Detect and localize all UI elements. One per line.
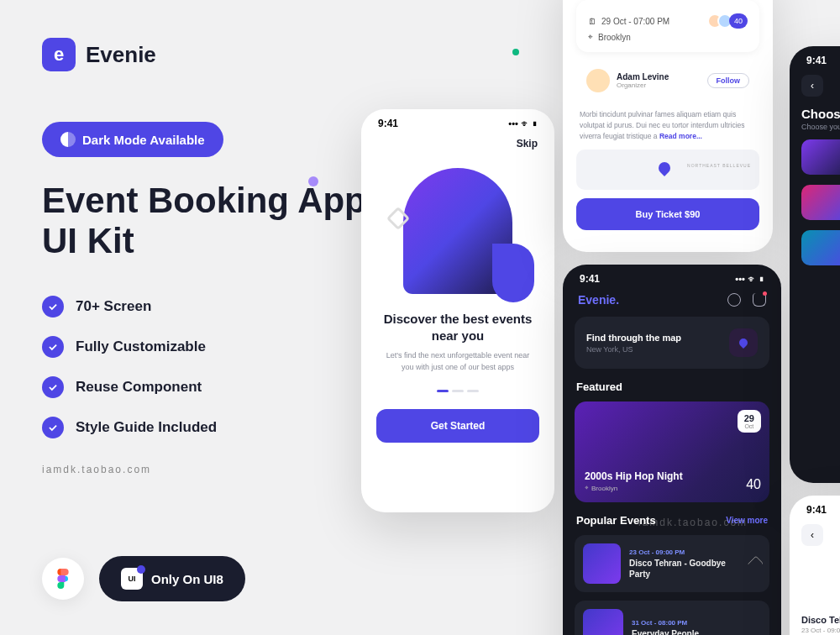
brand-name: Evenie [86, 42, 156, 68]
deco-dot [512, 49, 519, 55]
event-location: Brooklyn [598, 33, 631, 42]
category-thumb [801, 139, 840, 175]
categories-title: Choose [790, 102, 840, 123]
skip-button[interactable]: Skip [361, 133, 554, 155]
attendee-count: 40 [729, 13, 748, 29]
onboarding-title: Discover the best events near you [361, 311, 554, 344]
event-info-card: 🗓29 Oct - 07:00 PM 40 ⌖Brooklyn [576, 0, 759, 52]
status-time: 9:41 [806, 55, 827, 66]
brand-logo: e Evenie [42, 38, 378, 71]
bell-icon[interactable] [753, 293, 766, 307]
heart-icon[interactable] [748, 555, 764, 571]
only-on-ui8-badge: UI Only On UI8 [99, 556, 245, 601]
avatar [586, 69, 610, 92]
map-pin-icon [729, 328, 758, 357]
status-icons: ••• ᯤ ▮ [735, 274, 764, 284]
event-name: Everyday People [632, 628, 699, 635]
check-icon [42, 417, 64, 438]
feature-item: Style Guide Included [42, 417, 378, 438]
only-on-label: Only On UI8 [151, 572, 223, 586]
back-button[interactable]: ‹ [801, 75, 823, 97]
page-indicator [361, 390, 554, 392]
organizer-name: Adam Levine [617, 72, 669, 81]
event-datetime: 29 Oct - 07:00 PM [601, 17, 669, 26]
event-name: Disco Tehran Party [801, 615, 840, 625]
category-item[interactable]: Birthday p200 follow [801, 139, 840, 175]
event-thumb [583, 543, 621, 584]
status-time: 9:41 [580, 273, 600, 285]
section-featured: Featured [576, 380, 622, 393]
half-moon-icon [60, 132, 76, 147]
categories-sub: Choose your shows all in o [790, 123, 840, 139]
app-brand: Evenie. [578, 293, 619, 307]
check-icon [42, 336, 64, 358]
buy-ticket-button[interactable]: Buy Ticket $90 [576, 198, 759, 230]
attendee-count: 40 [746, 477, 761, 492]
featured-location: Brooklyn [591, 485, 617, 492]
event-list-item[interactable]: 23 Oct - 09:00 PMDisco Tehran - Goodbye … [575, 535, 769, 592]
feature-label: Reuse Component [76, 379, 202, 396]
check-icon [42, 376, 64, 398]
category-thumb [801, 230, 840, 265]
map-pin-icon [656, 160, 673, 176]
date-badge: 29Oct [738, 410, 761, 433]
watermark: iamdk.taobao.com [638, 517, 748, 528]
phone-home-dark: 9:41••• ᯤ ▮ Evenie. Find through the map… [563, 265, 781, 635]
event-date: 31 Oct - 08:00 PM [632, 619, 699, 627]
event-list-item[interactable]: 31 Oct - 08:00 PMEveryday People [575, 601, 769, 635]
map-subtitle: New York, US [586, 345, 681, 354]
phone-onboarding: 9:41••• ᯤ ▮ Skip Discover the best event… [361, 109, 554, 512]
map-search-card[interactable]: Find through the mapNew York, US [575, 317, 769, 369]
follow-button[interactable]: Follow [707, 73, 750, 88]
dark-mode-label: Dark Mode Available [82, 133, 205, 147]
event-description: Morbi tincidunt pulvinar fames aliquam e… [563, 109, 773, 141]
category-thumb [801, 185, 840, 220]
feature-label: Style Guide Included [76, 419, 217, 436]
feature-item: 70+ Screen [42, 296, 378, 318]
hero-title: Event Booking App UI Kit [42, 181, 378, 262]
ui8-icon: UI [121, 568, 143, 590]
deco-dot [308, 176, 318, 186]
watermark: iamdk.taobao.com [42, 464, 378, 475]
featured-event-card[interactable]: 29Oct 2000s Hip Hop Night⌖Brooklyn 40 [575, 401, 769, 502]
feature-item: Fully Customizable [42, 336, 378, 358]
map-area-label: NORTHEAST BELLEVUE [687, 163, 751, 168]
figma-chip [42, 558, 84, 600]
organizer-card: Adam LevineOrganizer Follow [576, 60, 759, 101]
organizer-role: Organizer [617, 81, 669, 89]
search-icon[interactable] [727, 293, 741, 307]
map-preview[interactable]: NORTHEAST BELLEVUE [576, 150, 759, 190]
dark-mode-badge: Dark Mode Available [42, 122, 223, 157]
phone-upcoming: 9:41 ‹ Upcom Disco Tehran Party 23 Oct -… [790, 496, 840, 635]
category-item[interactable]: Music2,340 follo [801, 185, 840, 220]
event-date: 23 Oct - 09:00 PM [801, 627, 840, 634]
status-time: 9:41 [378, 118, 398, 129]
check-icon [42, 296, 64, 318]
event-thumb [583, 609, 623, 635]
event-name: Disco Tehran - Goodbye Party [629, 558, 742, 580]
phone-categories: 9:41 ‹ Choose Choose your shows all in o… [790, 46, 840, 483]
pin-icon: ⌖ [585, 484, 589, 492]
category-item[interactable] [801, 230, 840, 265]
feature-label: 70+ Screen [76, 298, 151, 315]
feature-list: 70+ Screen Fully Customizable Reuse Comp… [42, 296, 378, 438]
event-date: 23 Oct - 09:00 PM [629, 548, 742, 556]
onboarding-subtitle: Let's find the next unforgettable event … [361, 344, 554, 373]
figma-icon [56, 569, 70, 589]
read-more-link[interactable]: Read more... [659, 132, 702, 140]
feature-item: Reuse Component [42, 376, 378, 398]
logo-icon: e [42, 38, 76, 71]
calendar-icon: 🗓 [588, 17, 596, 26]
map-title: Find through the map [586, 333, 681, 343]
phone-event-detail: 🗓29 Oct - 07:00 PM 40 ⌖Brooklyn Adam Lev… [563, 0, 773, 252]
feature-label: Fully Customizable [76, 338, 206, 355]
status-time: 9:41 [806, 504, 827, 516]
status-icons: ••• ᯤ ▮ [508, 118, 538, 129]
pin-icon: ⌖ [588, 32, 593, 42]
featured-name: 2000s Hip Hop Night [585, 470, 683, 482]
onboarding-illustration [403, 168, 512, 294]
back-button[interactable]: ‹ [801, 524, 823, 546]
get-started-button[interactable]: Get Started [376, 409, 539, 443]
